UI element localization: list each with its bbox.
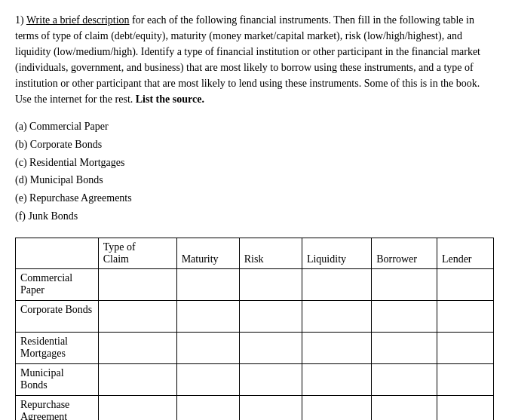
row-residential-mortgages-borrower[interactable] (372, 332, 437, 363)
row-municipal-bonds-label: Municipal Bonds (16, 363, 99, 395)
row-corporate-bonds-lender[interactable] (437, 300, 493, 332)
row-commercial-paper-borrower[interactable] (372, 268, 437, 300)
table-row: Municipal Bonds (16, 363, 494, 395)
question-number: 1) (15, 14, 26, 26)
header-type-of-claim: Type ofClaim (98, 238, 176, 268)
row-residential-mortgages-risk[interactable] (239, 332, 302, 363)
row-repurchase-agreement-label: Repurchase Agreement (16, 395, 99, 420)
table-row: Commercial Paper (16, 268, 494, 300)
header-borrower: Borrower (372, 238, 437, 268)
row-repurchase-agreement-type[interactable] (98, 395, 176, 420)
row-commercial-paper-label: Commercial Paper (16, 268, 99, 300)
row-repurchase-agreement-maturity[interactable] (176, 395, 239, 420)
instrument-a: (a) Commercial Paper (15, 118, 494, 136)
row-repurchase-agreement-lender[interactable] (437, 395, 493, 420)
row-residential-mortgages-type[interactable] (98, 332, 176, 363)
row-municipal-bonds-liquidity[interactable] (302, 363, 371, 395)
question-block: 1) Write a brief description for each of… (15, 12, 494, 420)
row-repurchase-agreement-borrower[interactable] (372, 395, 437, 420)
row-commercial-paper-type[interactable] (98, 268, 176, 300)
table-row: Corporate Bonds (16, 300, 494, 332)
table-row: Repurchase Agreement (16, 395, 494, 420)
row-residential-mortgages-label: Residential Mortgages (16, 332, 99, 363)
question-text: 1) Write a brief description for each of… (15, 12, 494, 107)
row-commercial-paper-liquidity[interactable] (302, 268, 371, 300)
row-commercial-paper-risk[interactable] (239, 268, 302, 300)
table-header-row: Type ofClaim Maturity Risk Liquidity Bor… (16, 238, 494, 268)
row-municipal-bonds-maturity[interactable] (176, 363, 239, 395)
row-residential-mortgages-maturity[interactable] (176, 332, 239, 363)
row-corporate-bonds-risk[interactable] (239, 300, 302, 332)
instrument-f: (f) Junk Bonds (15, 207, 494, 225)
instrument-c: (c) Residential Mortgages (15, 154, 494, 172)
header-risk: Risk (239, 238, 302, 268)
instrument-d: (d) Municipal Bonds (15, 171, 494, 189)
row-commercial-paper-maturity[interactable] (176, 268, 239, 300)
header-instrument (16, 238, 99, 268)
row-municipal-bonds-borrower[interactable] (372, 363, 437, 395)
header-liquidity: Liquidity (302, 238, 371, 268)
row-municipal-bonds-risk[interactable] (239, 363, 302, 395)
row-repurchase-agreement-risk[interactable] (239, 395, 302, 420)
instrument-e: (e) Repurchase Agreements (15, 189, 494, 207)
row-municipal-bonds-lender[interactable] (437, 363, 493, 395)
row-corporate-bonds-borrower[interactable] (372, 300, 437, 332)
write-brief-description: Write a brief description (26, 14, 130, 26)
header-maturity: Maturity (176, 238, 239, 268)
financial-instruments-table: Type ofClaim Maturity Risk Liquidity Bor… (15, 238, 494, 420)
row-corporate-bonds-type[interactable] (98, 300, 176, 332)
row-commercial-paper-lender[interactable] (437, 268, 493, 300)
question-body: for each of the following financial inst… (15, 14, 480, 105)
instrument-list: (a) Commercial Paper (b) Corporate Bonds… (15, 118, 494, 225)
row-residential-mortgages-liquidity[interactable] (302, 332, 371, 363)
row-corporate-bonds-maturity[interactable] (176, 300, 239, 332)
row-corporate-bonds-liquidity[interactable] (302, 300, 371, 332)
instrument-b: (b) Corporate Bonds (15, 136, 494, 154)
row-repurchase-agreement-liquidity[interactable] (302, 395, 371, 420)
row-municipal-bonds-type[interactable] (98, 363, 176, 395)
header-lender: Lender (437, 238, 493, 268)
row-corporate-bonds-label: Corporate Bonds (16, 300, 99, 332)
table-row: Residential Mortgages (16, 332, 494, 363)
bold-source: List the source. (136, 94, 204, 105)
row-residential-mortgages-lender[interactable] (437, 332, 493, 363)
